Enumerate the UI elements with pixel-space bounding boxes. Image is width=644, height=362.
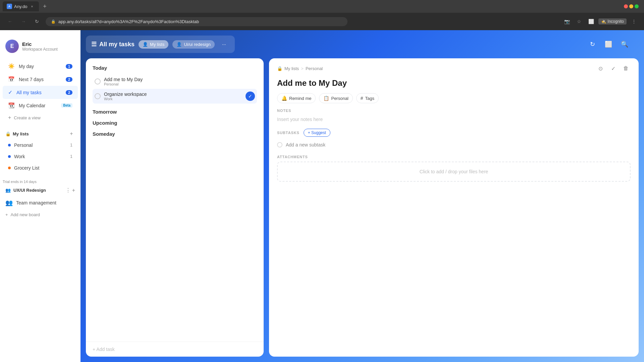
user-subtitle: Workspace Account bbox=[22, 47, 58, 52]
add-subtask-item[interactable]: Add a new subtask bbox=[277, 140, 631, 149]
camera-icon[interactable]: 📷 bbox=[562, 17, 572, 26]
attachments-label: ATTACHMENTS bbox=[277, 155, 631, 159]
browser-chrome: A Any.do × + ← → ↻ 🔒 app.any.do/tasks/al… bbox=[0, 0, 644, 30]
top-bar: ☰ All my tasks 👤 My lists 👤 Ui/ui redesi… bbox=[86, 36, 639, 53]
subtask-checkbox[interactable] bbox=[277, 142, 282, 147]
detail-title: Add me to My Day bbox=[269, 76, 639, 93]
tab-favicon: A bbox=[7, 4, 12, 9]
bookmark-star-icon[interactable]: ☆ bbox=[574, 17, 584, 26]
sidebar-item-all-tasks[interactable]: ✓ All my tasks 2 bbox=[3, 86, 78, 99]
grocery-label: Grocery List bbox=[14, 165, 39, 171]
tab-title: Any.do bbox=[14, 4, 28, 9]
workspace-name: UX/UI Redesign bbox=[13, 188, 46, 193]
breadcrumb-list: My lists bbox=[284, 66, 299, 71]
lock-icon: 🔒 bbox=[5, 131, 11, 136]
task-action-button[interactable]: ✓ bbox=[246, 92, 255, 101]
notes-input[interactable]: Insert your notes here bbox=[277, 115, 631, 123]
avatar: E bbox=[5, 40, 19, 53]
lock-icon: 🔒 bbox=[51, 19, 56, 24]
work-count: 1 bbox=[70, 154, 72, 159]
team-management-item[interactable]: 👥 Team management bbox=[0, 196, 80, 209]
browser-actions: 📷 ☆ ⬜ 🕵 Incognito ⋮ bbox=[562, 17, 639, 26]
detail-check-icon[interactable]: ✓ bbox=[608, 64, 618, 73]
add-task-button[interactable]: + Add task bbox=[86, 342, 264, 357]
task-name-2: Organize workspace bbox=[104, 92, 242, 97]
refresh-button[interactable]: ↻ bbox=[32, 17, 42, 26]
url-text: app.any.do/tasks/all?d=anydo%3A%2F%2Fany… bbox=[58, 19, 199, 24]
main-content: ☰ All my tasks 👤 My lists 👤 Ui/ui redesi… bbox=[80, 30, 644, 362]
user-section[interactable]: E Eric Workspace Account bbox=[0, 36, 80, 57]
team-emoji: 👥 bbox=[5, 199, 13, 206]
list-item-personal[interactable]: Personal 1 bbox=[3, 139, 78, 151]
task-checkbox-2[interactable] bbox=[95, 93, 101, 99]
sidebar-item-next-7[interactable]: 📅 Next 7 days 2 bbox=[3, 73, 78, 86]
workspace-more-icon[interactable]: ⋮ bbox=[65, 187, 71, 193]
detail-settings-icon[interactable]: ⊙ bbox=[596, 64, 605, 73]
refresh-view-button[interactable]: ↻ bbox=[586, 38, 598, 50]
workspace-actions: ⋮ + bbox=[65, 187, 75, 193]
app-wrapper: E Eric Workspace Account ☀️ My day 1 📅 N… bbox=[0, 30, 644, 362]
list-icon: 📋 bbox=[323, 96, 329, 101]
page-title-text: All my tasks bbox=[99, 41, 135, 48]
extensions-icon[interactable]: ⬜ bbox=[586, 17, 596, 26]
sidebar-item-my-day-label: My day bbox=[19, 64, 34, 69]
forward-button[interactable]: → bbox=[19, 17, 28, 26]
filter-ux-redesign[interactable]: 👤 Ui/ui redesign bbox=[172, 40, 215, 49]
task-item-organize[interactable]: Organize workspace Work ✓ bbox=[93, 89, 257, 104]
add-board-button[interactable]: + Add new board bbox=[0, 209, 80, 220]
user-name: Eric bbox=[22, 41, 58, 47]
layout-button[interactable]: ⬜ bbox=[602, 38, 614, 50]
header-more-button[interactable]: ··· bbox=[219, 39, 229, 50]
user-info: Eric Workspace Account bbox=[22, 41, 58, 52]
attachments-section: ATTACHMENTS Click to add / drop your fil… bbox=[269, 155, 639, 187]
search-button[interactable]: 🔍 bbox=[619, 38, 631, 50]
work-label: Work bbox=[14, 154, 25, 159]
new-tab-button[interactable]: + bbox=[40, 2, 50, 11]
detail-meta: 🔔 Remind me 📋 Personal # Tags bbox=[269, 93, 639, 109]
add-task-label: + Add task bbox=[93, 347, 115, 352]
task-info-2: Organize workspace Work bbox=[104, 92, 242, 101]
page-header: ☰ All my tasks 👤 My lists 👤 Ui/ui redesi… bbox=[86, 36, 235, 53]
list-item-grocery[interactable]: Grocery List bbox=[3, 162, 78, 174]
page-title-icon: ☰ bbox=[91, 41, 97, 48]
beta-badge: Beta bbox=[61, 103, 72, 108]
list-pill[interactable]: 📋 Personal bbox=[319, 93, 353, 103]
sidebar: E Eric Workspace Account ☀️ My day 1 📅 N… bbox=[0, 30, 80, 362]
tab-close-button[interactable]: × bbox=[30, 4, 35, 9]
breadcrumb-lock-icon: 🔒 bbox=[277, 66, 282, 71]
tab-bar: A Any.do × + bbox=[0, 0, 644, 13]
workspace-add-icon[interactable]: + bbox=[72, 187, 75, 193]
attachments-drop-zone[interactable]: Click to add / drop your files here bbox=[277, 162, 631, 182]
add-list-button[interactable]: + bbox=[68, 130, 75, 137]
back-button[interactable]: ← bbox=[5, 17, 15, 26]
plus-icon: + bbox=[8, 115, 11, 121]
active-tab[interactable]: A Any.do × bbox=[3, 1, 39, 11]
detail-actions: ⊙ ✓ 🗑 bbox=[596, 64, 631, 73]
url-bar[interactable]: 🔒 app.any.do/tasks/all?d=anydo%3A%2F%2Fa… bbox=[46, 17, 347, 26]
my-lists-title: 🔒 My lists bbox=[5, 131, 29, 136]
remind-label: Remind me bbox=[289, 96, 311, 101]
sidebar-item-calendar[interactable]: 📆 My Calendar Beta bbox=[3, 99, 78, 112]
remind-me-pill[interactable]: 🔔 Remind me bbox=[277, 93, 316, 103]
filter-ux-label: Ui/ui redesign bbox=[184, 42, 211, 47]
next-7-badge: 2 bbox=[66, 77, 72, 82]
more-options-icon[interactable]: ⋮ bbox=[629, 17, 639, 26]
task-item-add-me[interactable]: Add me to My Day Personal bbox=[93, 74, 257, 89]
detail-header: 🔒 My lists > Personal ⊙ ✓ 🗑 bbox=[269, 58, 639, 76]
header-action-group: ↻ ⬜ 🔍 bbox=[586, 38, 631, 50]
suggest-button[interactable]: + Suggest bbox=[304, 129, 330, 137]
detail-delete-icon[interactable]: 🗑 bbox=[621, 64, 631, 73]
task-checkbox-1[interactable] bbox=[95, 78, 101, 84]
list-item-work[interactable]: Work 1 bbox=[3, 151, 78, 162]
address-bar: ← → ↻ 🔒 app.any.do/tasks/all?d=anydo%3A%… bbox=[0, 13, 644, 30]
create-view-item[interactable]: + Create a view bbox=[3, 112, 78, 123]
filter-my-lists[interactable]: 👤 My lists bbox=[139, 40, 168, 49]
add-board-label: Add new board bbox=[11, 212, 40, 217]
tags-pill[interactable]: # Tags bbox=[356, 93, 379, 103]
my-day-badge: 1 bbox=[66, 64, 72, 69]
task-list-panel: Today Add me to My Day Personal Organize… bbox=[86, 58, 264, 357]
calendar-icon: 📅 bbox=[8, 76, 15, 82]
sun-icon: ☀️ bbox=[8, 63, 15, 69]
sidebar-item-my-day[interactable]: ☀️ My day 1 bbox=[3, 60, 78, 73]
page-title: ☰ All my tasks bbox=[91, 41, 135, 48]
